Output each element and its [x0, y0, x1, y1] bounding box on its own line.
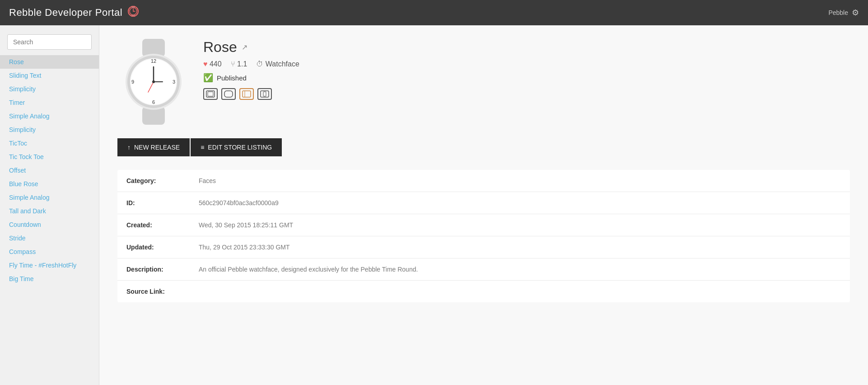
main-content: 12 6 9 3 Rose ↗ — [99, 25, 868, 385]
app-header: 12 6 9 3 Rose ↗ — [117, 39, 850, 125]
sidebar-item-16[interactable]: Big Time — [0, 272, 99, 286]
source-value — [190, 281, 850, 303]
id-label: ID: — [117, 192, 190, 214]
sidebar-item-8[interactable]: Offset — [0, 164, 99, 177]
sidebar-item-2[interactable]: Simplicity — [0, 82, 99, 96]
sidebar-item-3[interactable]: Timer — [0, 96, 99, 109]
sidebar-item-15[interactable]: Fly Time - #FreshHotFly — [0, 258, 99, 272]
category-row: Category: Faces — [117, 170, 850, 192]
sidebar-item-10[interactable]: Simple Analog — [0, 191, 99, 204]
edit-store-button[interactable]: ≡ EDIT STORE LISTING — [191, 138, 282, 156]
app-meta-row: ♥ 440 ⑂ 1.1 ⏱ Watchface — [203, 60, 850, 68]
sidebar-item-9[interactable]: Blue Rose — [0, 177, 99, 191]
created-row: Created: Wed, 30 Sep 2015 18:25:11 GMT — [117, 214, 850, 236]
header-right: Pebble ⚙ — [828, 8, 859, 18]
published-check-icon: ✅ — [203, 73, 213, 83]
svg-text:6: 6 — [152, 99, 155, 105]
app-title-row: Rose ↗ — [203, 39, 850, 56]
description-row: Description: An official Pebble watchfac… — [117, 258, 850, 281]
source-row: Source Link: — [117, 281, 850, 303]
watch-svg: 12 6 9 3 — [117, 39, 190, 125]
platform-aplite-icon — [203, 88, 218, 100]
clock-icon: ⏱ — [256, 60, 263, 68]
portal-title: Rebble Developer Portal — [9, 7, 122, 19]
id-row: ID: 560c29074bf0ac3acf0000a9 — [117, 192, 850, 214]
user-label: Pebble — [828, 9, 848, 16]
sidebar-item-4[interactable]: Simple Analog — [0, 109, 99, 123]
platform-basalt-icon — [221, 88, 236, 100]
header-left: Rebble Developer Portal — [9, 5, 140, 20]
platform-chalk-icon — [239, 88, 254, 100]
published-label: Published — [217, 74, 247, 82]
category-value: Faces — [190, 170, 850, 192]
sidebar-item-0[interactable]: Rose — [0, 55, 99, 69]
svg-rect-21 — [208, 92, 213, 96]
sidebar-item-6[interactable]: TicToc — [0, 136, 99, 150]
sidebar: RoseSliding TextSimplicityTimerSimple An… — [0, 25, 99, 385]
search-input[interactable] — [7, 34, 92, 50]
details-table: Category: Faces ID: 560c29074bf0ac3acf00… — [117, 170, 850, 302]
upload-icon: ↑ — [127, 144, 131, 151]
source-label: Source Link: — [117, 281, 190, 303]
version-number: 1.1 — [237, 60, 247, 68]
heart-count: ♥ 440 — [203, 60, 222, 68]
sidebar-item-5[interactable]: Simplicity — [0, 123, 99, 136]
svg-rect-23 — [243, 91, 251, 97]
settings-icon[interactable]: ⚙ — [852, 8, 859, 18]
sidebar-item-12[interactable]: Countdown — [0, 218, 99, 231]
svg-rect-22 — [224, 91, 233, 97]
platform-diorite-icon — [257, 88, 272, 100]
sidebar-item-1[interactable]: Sliding Text — [0, 69, 99, 82]
watch-image: 12 6 9 3 — [117, 39, 190, 125]
sidebar-item-7[interactable]: Tic Tock Toe — [0, 150, 99, 164]
created-label: Created: — [117, 214, 190, 236]
updated-value: Thu, 29 Oct 2015 23:33:30 GMT — [190, 236, 850, 258]
action-buttons: ↑ NEW RELEASE ≡ EDIT STORE LISTING — [117, 138, 850, 156]
sidebar-item-14[interactable]: Compass — [0, 245, 99, 258]
main-layout: RoseSliding TextSimplicityTimerSimple An… — [0, 25, 868, 385]
app-info: Rose ↗ ♥ 440 ⑂ 1.1 ⏱ Watchface — [203, 39, 850, 107]
platform-icons — [203, 88, 850, 100]
description-label: Description: — [117, 258, 190, 281]
sidebar-list: RoseSliding TextSimplicityTimerSimple An… — [0, 55, 99, 286]
new-release-button[interactable]: ↑ NEW RELEASE — [117, 138, 190, 156]
id-value: 560c29074bf0ac3acf0000a9 — [190, 192, 850, 214]
sidebar-item-13[interactable]: Stride — [0, 231, 99, 245]
edit-icon: ≡ — [201, 144, 204, 151]
edit-label: EDIT STORE LISTING — [208, 144, 272, 151]
watch-icon — [127, 5, 140, 20]
updated-label: Updated: — [117, 236, 190, 258]
version: ⑂ 1.1 — [231, 60, 247, 68]
svg-rect-26 — [263, 92, 266, 96]
sidebar-item-11[interactable]: Tall and Dark — [0, 204, 99, 218]
app-title: Rose — [203, 39, 237, 56]
release-label: NEW RELEASE — [134, 144, 180, 151]
svg-text:9: 9 — [131, 79, 134, 85]
watchface-type: ⏱ Watchface — [256, 60, 299, 68]
search-container — [7, 34, 92, 50]
heart-number: 440 — [210, 60, 222, 68]
svg-text:3: 3 — [173, 79, 175, 85]
description-value: An official Pebble watchface, designed e… — [190, 258, 850, 281]
svg-point-19 — [152, 80, 155, 83]
created-value: Wed, 30 Sep 2015 18:25:11 GMT — [190, 214, 850, 236]
header: Rebble Developer Portal Pebble ⚙ — [0, 0, 868, 25]
fork-icon: ⑂ — [231, 60, 235, 68]
type-label: Watchface — [266, 60, 299, 68]
category-label: Category: — [117, 170, 190, 192]
heart-icon: ♥ — [203, 60, 208, 68]
svg-text:12: 12 — [151, 58, 156, 64]
updated-row: Updated: Thu, 29 Oct 2015 23:33:30 GMT — [117, 236, 850, 258]
external-link-icon[interactable]: ↗ — [242, 43, 247, 52]
published-row: ✅ Published — [203, 73, 850, 83]
